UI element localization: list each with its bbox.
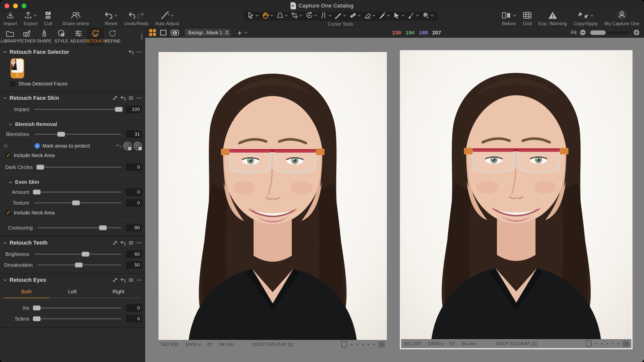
rating-dot[interactable] — [368, 344, 369, 345]
zoom-slider-thumb[interactable] — [590, 30, 606, 35]
dark-circles-slider[interactable] — [38, 167, 121, 168]
protect-reset-icon[interactable] — [116, 143, 121, 149]
panel-reset-icon[interactable] — [120, 277, 126, 283]
rating-dot[interactable] — [357, 344, 358, 345]
tab-style[interactable]: STYLE — [53, 28, 70, 46]
slider-thumb[interactable] — [115, 107, 123, 112]
panel-expand-icon[interactable] — [112, 277, 118, 283]
even-skin-subsection[interactable]: Even Skin — [9, 179, 142, 185]
tab-left[interactable]: Left — [50, 287, 96, 298]
panel-menu-icon[interactable] — [136, 277, 142, 283]
variant-frame-icon[interactable] — [341, 341, 347, 348]
slider-thumb[interactable] — [36, 165, 44, 170]
mask-stepper[interactable] — [225, 30, 229, 35]
apply-arrow-tool[interactable] — [392, 11, 405, 20]
impact-value[interactable]: 100 — [126, 106, 142, 113]
panel-reset-icon[interactable] — [120, 95, 126, 101]
share-online-button[interactable]: Share online — [62, 11, 89, 27]
slider-thumb[interactable] — [72, 201, 80, 205]
tab-tether[interactable]: TETHER — [19, 28, 36, 46]
rating-dot[interactable] — [612, 343, 614, 344]
tab-right[interactable]: Right — [95, 287, 141, 298]
tab-shape[interactable]: SHAPE — [36, 28, 53, 46]
contouring-value[interactable]: 80 — [126, 224, 142, 232]
browser-view-icon[interactable] — [149, 29, 156, 36]
desaturation-value[interactable]: 50 — [126, 261, 142, 269]
panel-presets-icon[interactable] — [128, 240, 134, 246]
contouring-slider[interactable] — [38, 227, 121, 228]
crop-tool[interactable] — [290, 11, 303, 20]
loupe-tool[interactable] — [276, 11, 289, 20]
texture-slider[interactable] — [34, 202, 121, 203]
reset-button[interactable]: Reset — [104, 11, 118, 27]
before-button[interactable]: Before — [502, 11, 516, 27]
zoom-slider[interactable] — [590, 31, 630, 34]
close-button[interactable] — [5, 4, 9, 8]
panel-menu-icon[interactable] — [136, 240, 142, 246]
auto-adjust-button[interactable]: Auto Adjust — [155, 11, 179, 27]
dark-circles-value[interactable]: 0 — [126, 163, 142, 171]
brush-tool[interactable] — [334, 11, 347, 20]
desaturation-slider[interactable] — [38, 264, 121, 265]
brightness-value[interactable]: 60 — [126, 250, 142, 258]
tab-both[interactable]: Both — [4, 287, 50, 298]
panel-expand-icon[interactable] — [112, 95, 118, 101]
variant-frame-icon[interactable] — [586, 340, 591, 347]
export-button[interactable]: Export — [24, 11, 37, 27]
collapse-chevron-icon[interactable] — [3, 279, 7, 281]
face-thumbnail[interactable]: 1 — [11, 58, 24, 78]
rating-dot[interactable] — [596, 343, 597, 344]
rotate-tool[interactable] — [305, 11, 318, 20]
blemishes-slider[interactable] — [34, 134, 121, 135]
viewer-view-icon[interactable] — [159, 29, 167, 36]
zoom-in-icon[interactable] — [633, 29, 640, 36]
show-detected-faces-checkbox[interactable]: Show Detected Faces — [10, 81, 142, 87]
mask-selector[interactable]: Backgr...Mask 1 — [185, 29, 231, 36]
rating-dot[interactable] — [362, 344, 364, 345]
swap-arrows-icon[interactable] — [3, 143, 9, 149]
rating-dot[interactable] — [351, 344, 352, 345]
amount-value[interactable]: 0 — [126, 188, 142, 196]
copy-apply-button[interactable]: Copy/Apply — [573, 11, 598, 27]
draw-line-tool[interactable] — [407, 11, 420, 20]
erase-protect-brush-button[interactable] — [134, 142, 142, 150]
minimize-button[interactable] — [13, 4, 18, 8]
panel-menu-icon[interactable] — [136, 49, 142, 55]
slider-thumb[interactable] — [33, 306, 41, 310]
rating-dot[interactable] — [607, 343, 608, 344]
brightness-slider[interactable] — [34, 254, 121, 255]
my-capture-one-button[interactable]: My Capture One — [605, 11, 639, 27]
radial-mask-tool[interactable] — [422, 11, 434, 20]
add-mask-button[interactable]: ＋ — [236, 29, 248, 36]
zoom-out-icon[interactable] — [580, 29, 587, 36]
straighten-tool[interactable] — [319, 11, 332, 20]
clone-brush-tool[interactable] — [378, 11, 391, 20]
metadata-list-icon[interactable] — [379, 342, 384, 347]
cull-button[interactable]: Cull — [44, 11, 52, 27]
panel-reset-icon[interactable] — [120, 240, 126, 246]
heal-tool[interactable] — [349, 11, 361, 20]
image-variant-1[interactable]: DSCF7023.RAF [1] ISO 200 1/600 s f/2 56 … — [158, 52, 387, 349]
collapse-chevron-icon[interactable] — [3, 97, 7, 99]
rating-dot[interactable] — [373, 344, 375, 345]
amount-slider[interactable] — [34, 192, 121, 193]
pan-tool[interactable] — [261, 11, 274, 20]
draw-protect-brush-button[interactable] — [123, 142, 132, 150]
checkbox-box[interactable] — [6, 153, 11, 158]
iris-value[interactable]: 0 — [126, 304, 142, 312]
zoom-button[interactable] — [22, 4, 26, 8]
sclera-slider[interactable] — [34, 318, 121, 319]
slider-thumb[interactable] — [57, 132, 65, 137]
impact-slider[interactable] — [34, 109, 121, 110]
proof-view-icon[interactable] — [171, 29, 179, 36]
panel-menu-icon[interactable] — [136, 95, 142, 101]
slider-thumb[interactable] — [82, 252, 89, 257]
exposure-warning-button[interactable]: Exp. Warning — [538, 11, 567, 27]
texture-value[interactable]: 0 — [126, 199, 142, 207]
iris-slider[interactable] — [34, 307, 121, 308]
rating-dot[interactable] — [618, 343, 619, 344]
rating-dot[interactable] — [601, 343, 602, 344]
tabs-overflow-menu[interactable] — [141, 34, 142, 39]
collapse-chevron-icon[interactable] — [3, 51, 7, 53]
zoom-fit-label[interactable]: Fit — [571, 30, 577, 35]
